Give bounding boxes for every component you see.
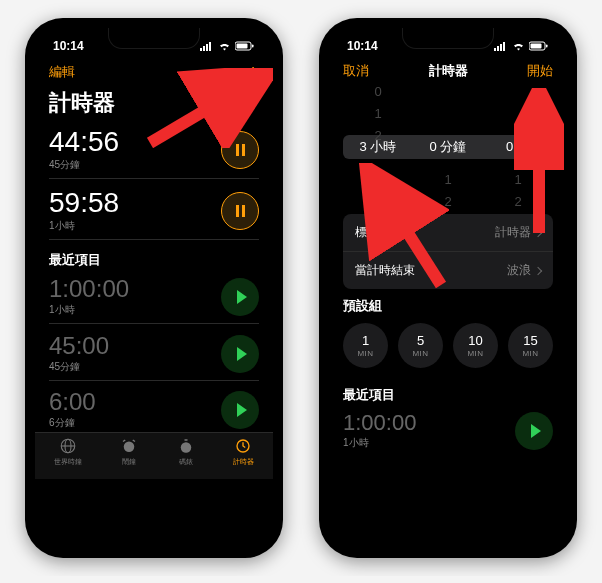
svg-point-10 (124, 442, 135, 453)
preset-5min[interactable]: 5MIN (398, 323, 443, 368)
start-button[interactable]: 開始 (527, 62, 553, 80)
svg-rect-3 (209, 42, 211, 51)
pause-button[interactable] (221, 192, 259, 230)
active-timer-row-0[interactable]: 44:56 45分鐘 (35, 122, 273, 174)
tab-label: 碼錶 (179, 457, 193, 467)
phone-left: 10:14 編輯 + 計時器 44:56 45分鐘 (25, 18, 283, 558)
add-timer-button[interactable]: + (247, 62, 259, 82)
cell-value: 波浪 (507, 262, 531, 279)
status-icons (200, 41, 255, 51)
tab-label: 世界時鐘 (54, 457, 82, 467)
presets-row: 1MIN 5MIN 10MIN 15MIN (329, 317, 567, 378)
status-icons (494, 41, 549, 51)
settings-group: 標籤 計時器 當計時結束 波浪 (343, 214, 553, 289)
tab-world-clock[interactable]: 世界時鐘 (54, 437, 82, 467)
recent-timer-row[interactable]: 1:00:00 1小時 (329, 408, 567, 454)
battery-icon (529, 41, 549, 51)
timer-time: 1:00:00 (343, 412, 515, 434)
svg-rect-22 (546, 45, 548, 48)
divider (49, 239, 259, 240)
edit-button[interactable]: 編輯 (49, 63, 75, 81)
tab-stopwatch[interactable]: 碼錶 (177, 437, 195, 467)
recent-timer-row-2[interactable]: 6:00 6分鐘 (35, 384, 273, 432)
play-button[interactable] (515, 412, 553, 450)
end-sound-cell[interactable]: 當計時結束 波浪 (343, 251, 553, 289)
screen-left: 10:14 編輯 + 計時器 44:56 45分鐘 (35, 28, 273, 548)
signal-icon (494, 41, 508, 51)
timer-time: 59:58 (49, 189, 221, 217)
divider (49, 380, 259, 381)
divider (49, 323, 259, 324)
modal-title: 計時器 (429, 62, 468, 80)
svg-rect-6 (252, 45, 254, 48)
active-timer-row-1[interactable]: 59:58 1小時 (35, 183, 273, 235)
timer-info: 44:56 45分鐘 (49, 128, 221, 172)
recent-header: 最近項目 (35, 243, 273, 271)
recent-timer-row-1[interactable]: 45:00 45分鐘 (35, 328, 273, 376)
preset-10min[interactable]: 10MIN (453, 323, 498, 368)
timer-info: 6:00 6分鐘 (49, 390, 221, 430)
timer-time: 45:00 (49, 334, 221, 358)
timer-sub: 45分鐘 (49, 360, 221, 374)
timer-time: 1:00:00 (49, 277, 221, 301)
svg-rect-17 (497, 46, 499, 51)
phone-right: 10:14 取消 計時器 開始 3 小時 0 分鐘 0 秒 (319, 18, 577, 558)
svg-rect-16 (494, 48, 496, 51)
svg-rect-1 (203, 46, 205, 51)
picker-col-seconds[interactable]: 1 2 (483, 92, 553, 202)
svg-rect-21 (531, 44, 542, 49)
svg-rect-2 (206, 44, 208, 51)
timer-sub: 1小時 (49, 303, 221, 317)
page-title: 計時器 (35, 86, 273, 122)
divider (49, 178, 259, 179)
preset-15min[interactable]: 15MIN (508, 323, 553, 368)
tab-label: 計時器 (233, 457, 254, 467)
battery-icon (235, 41, 255, 51)
play-button[interactable] (221, 391, 259, 429)
preset-1min[interactable]: 1MIN (343, 323, 388, 368)
cancel-button[interactable]: 取消 (343, 62, 369, 80)
timer-sub: 45分鐘 (49, 158, 221, 172)
timer-icon (234, 437, 252, 455)
status-time: 10:14 (347, 39, 378, 53)
picker-col-hours[interactable]: 0 1 2 4 5 (343, 92, 413, 202)
svg-rect-12 (184, 439, 187, 441)
label-cell[interactable]: 標籤 計時器 (343, 214, 553, 251)
picker-col-minutes[interactable]: 1 2 (413, 92, 483, 202)
timer-info: 1:00:00 1小時 (49, 277, 221, 317)
pause-button[interactable] (221, 131, 259, 169)
content-right: 取消 計時器 開始 3 小時 0 分鐘 0 秒 0 1 2 (329, 58, 567, 548)
presets-header: 預設組 (329, 289, 567, 317)
recent-timer-row-0[interactable]: 1:00:00 1小時 (35, 271, 273, 319)
timer-time: 44:56 (49, 128, 221, 156)
play-button[interactable] (221, 278, 259, 316)
notch (402, 28, 494, 49)
svg-rect-5 (237, 44, 248, 49)
chevron-icon (534, 266, 542, 274)
nav-row: 編輯 + (35, 58, 273, 86)
status-time: 10:14 (53, 39, 84, 53)
svg-rect-19 (503, 42, 505, 51)
nav-row: 取消 計時器 開始 (329, 58, 567, 84)
screen-right: 10:14 取消 計時器 開始 3 小時 0 分鐘 0 秒 (329, 28, 567, 548)
svg-rect-18 (500, 44, 502, 51)
cell-value: 計時器 (495, 224, 531, 241)
signal-icon (200, 41, 214, 51)
content-left: 編輯 + 計時器 44:56 45分鐘 59:58 1小時 最近項目 (35, 58, 273, 548)
timer-info: 45:00 45分鐘 (49, 334, 221, 374)
wifi-icon (218, 41, 231, 51)
stopwatch-icon (177, 437, 195, 455)
wifi-icon (512, 41, 525, 51)
timer-time: 6:00 (49, 390, 221, 414)
cell-label: 當計時結束 (355, 262, 415, 279)
timer-sub: 1小時 (49, 219, 221, 233)
tab-label: 鬧鐘 (122, 457, 136, 467)
svg-rect-0 (200, 48, 202, 51)
time-picker[interactable]: 3 小時 0 分鐘 0 秒 0 1 2 4 5 (329, 84, 567, 214)
timer-sub: 6分鐘 (49, 416, 221, 430)
svg-point-11 (180, 442, 191, 453)
tab-alarm[interactable]: 鬧鐘 (120, 437, 138, 467)
tab-timer[interactable]: 計時器 (233, 437, 254, 467)
timer-info: 59:58 1小時 (49, 189, 221, 233)
play-button[interactable] (221, 335, 259, 373)
